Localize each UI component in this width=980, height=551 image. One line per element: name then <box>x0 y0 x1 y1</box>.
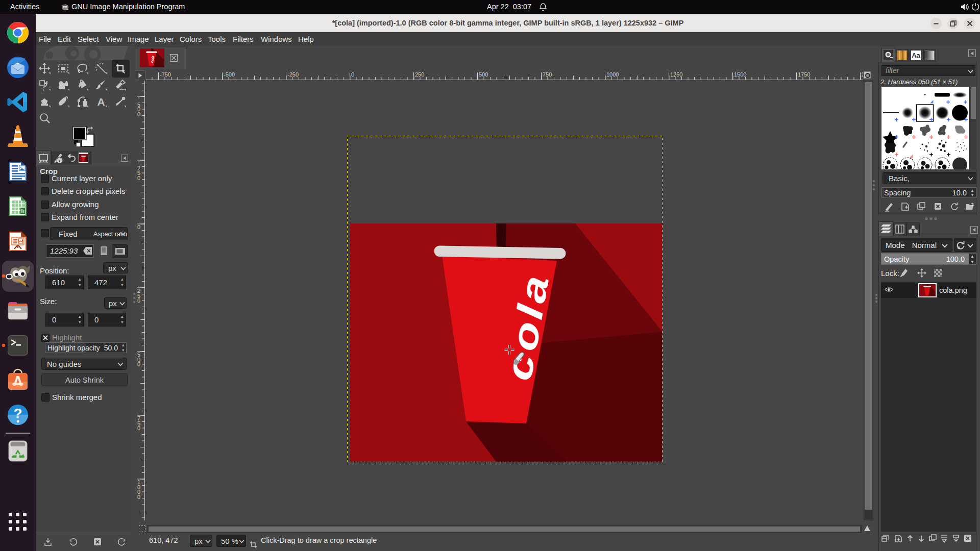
svg-text:?: ? <box>13 406 22 421</box>
svg-text:A: A <box>97 96 105 108</box>
svg-text:i: i <box>59 158 61 163</box>
